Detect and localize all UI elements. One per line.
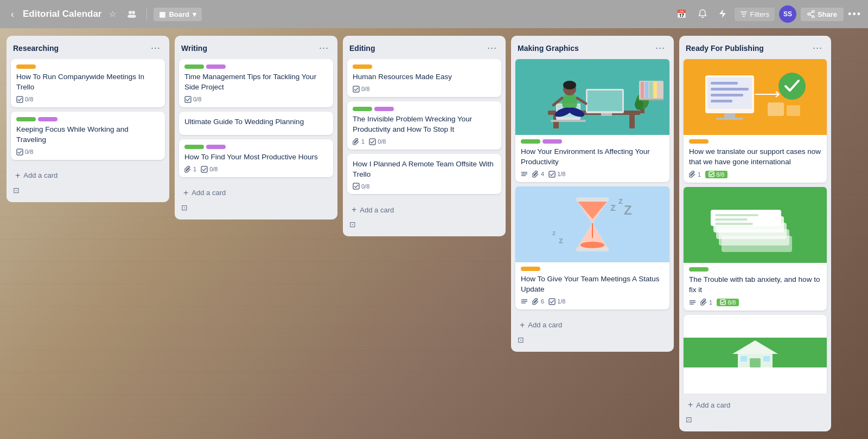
board-view-label: Board — [169, 10, 189, 18]
card-meta-r1: 0/8 — [16, 96, 159, 103]
column-menu-button-making-graphics[interactable]: ··· — [653, 41, 667, 55]
calendar-button[interactable]: 📅 — [673, 7, 690, 21]
add-card-button-ready-publishing[interactable]: + Add a card — [684, 397, 827, 413]
svg-rect-67 — [724, 113, 735, 118]
column-title-writing: Writing — [181, 44, 207, 53]
card-e3[interactable]: How I Planned A Remote Team Offsite With… — [347, 154, 501, 195]
svg-point-73 — [778, 73, 806, 100]
team-visibility-button[interactable] — [124, 7, 140, 22]
filters-label: Filters — [750, 10, 769, 18]
back-button[interactable]: ‹ — [7, 7, 18, 22]
card-meta-e3: 0/8 — [353, 183, 496, 190]
column-title-researching: Researching — [13, 44, 59, 53]
board-icon: ▦ — [159, 10, 165, 18]
card-e2[interactable]: The Invisible Problem Wrecking Your Prod… — [347, 101, 501, 150]
svg-line-12 — [810, 15, 812, 16]
bell-button[interactable] — [694, 7, 711, 22]
add-card-button-researching[interactable]: + Add a card — [11, 167, 165, 184]
board-content: Researching ··· How To Run Companywide M… — [0, 28, 868, 439]
card-rp1[interactable]: How we translate our support cases now t… — [684, 59, 827, 183]
column-menu-button-editing[interactable]: ··· — [485, 41, 499, 55]
dropdown-icon: ▾ — [193, 10, 196, 18]
card-rp2[interactable]: The Trouble with tab anxiety, and how to… — [684, 187, 827, 311]
checklist-w1: 0/8 — [184, 96, 201, 103]
card-title-w3: How To Find Your Most Productive Hours — [184, 152, 328, 163]
svg-rect-18 — [369, 139, 375, 145]
column-writing: Writing ··· Time Management Tips for Tac… — [175, 36, 337, 220]
card-r2[interactable]: Keeping Focus While Working and Travelin… — [11, 112, 165, 160]
column-menu-button-researching[interactable]: ··· — [149, 41, 163, 55]
card-meta-e2: 1 0/8 — [353, 138, 496, 145]
template-button-researching[interactable]: ⊡ — [11, 184, 22, 197]
column-body-editing: Human Resources Made Easy 0/8 The Invisi… — [343, 59, 506, 198]
column-body-writing: Time Management Tips for Tackling Your S… — [175, 59, 337, 182]
column-footer-researching: + Add a card ⊡ — [7, 164, 169, 202]
svg-rect-45 — [639, 99, 663, 100]
add-card-label: Add a card — [192, 189, 226, 197]
svg-rect-85 — [715, 218, 748, 221]
label-purple — [206, 64, 226, 69]
card-title-e2: The Invisible Problem Wrecking Your Prod… — [353, 114, 496, 135]
card-title-mg2: How To Give Your Team Meetings A Status … — [521, 274, 664, 295]
add-card-button-writing[interactable]: + Add a card — [179, 185, 333, 201]
svg-rect-70 — [711, 88, 749, 91]
card-image-rp2 — [684, 187, 827, 263]
card-e1[interactable]: Human Resources Made Easy 0/8 — [347, 59, 501, 97]
add-card-button-editing[interactable]: + Add a card — [347, 202, 501, 218]
template-button-writing[interactable]: ⊡ — [179, 201, 190, 214]
board-view-button[interactable]: ▦ Board ▾ — [154, 8, 202, 21]
share-button[interactable]: Share — [801, 8, 844, 21]
column-footer-editing: + Add a card ⊡ — [343, 198, 506, 236]
label-purple — [38, 117, 58, 121]
svg-rect-13 — [17, 96, 23, 102]
card-w2[interactable]: Ultimate Guide To Wedding Planning — [179, 112, 333, 135]
column-menu-button-writing[interactable]: ··· — [317, 41, 331, 55]
card-mg2[interactable]: z z Z z z How To Give Your Team Meetings… — [515, 186, 669, 309]
template-button-editing[interactable]: ⊡ — [347, 218, 358, 231]
svg-rect-49 — [549, 171, 555, 177]
label-green — [16, 117, 36, 121]
card-labels-w3 — [184, 145, 328, 149]
column-editing: Editing ··· Human Resources Made Easy 0/… — [343, 36, 506, 236]
filters-button[interactable]: Filters — [735, 8, 775, 21]
card-image-rp1 — [684, 59, 827, 135]
svg-rect-17 — [353, 86, 359, 92]
card-w3[interactable]: How To Find Your Most Productive Hours 1… — [179, 139, 333, 177]
plus-icon: + — [15, 171, 20, 180]
card-w1[interactable]: Time Management Tips for Tackling Your S… — [179, 59, 333, 107]
board-title[interactable]: Editorial Calendar — [23, 9, 101, 20]
column-making-graphics: Making Graphics ··· — [511, 36, 674, 352]
add-card-button-making-graphics[interactable]: + Add a card — [515, 317, 669, 333]
column-header-writing: Writing ··· — [175, 36, 337, 59]
lightning-button[interactable] — [715, 7, 730, 22]
card-r1[interactable]: How To Run Companywide Meetings In Trell… — [11, 59, 165, 107]
star-button[interactable]: ☆ — [106, 7, 119, 21]
card-meta-w3: 1 0/8 — [184, 166, 328, 173]
svg-rect-44 — [654, 82, 657, 98]
card-rp3[interactable] — [684, 315, 827, 393]
card-meta-r2: 0/8 — [16, 149, 159, 156]
svg-text:z: z — [559, 236, 563, 245]
lines-rp2 — [689, 300, 696, 305]
checklist-mg2: 1/8 — [548, 298, 565, 305]
card-title-r2: Keeping Focus While Working and Travelin… — [16, 125, 159, 145]
card-labels-rp2 — [689, 267, 821, 272]
card-mg1[interactable]: How Your Environment Is Affecting Your P… — [515, 59, 669, 182]
more-button[interactable]: ••• — [848, 9, 861, 20]
svg-rect-29 — [551, 120, 586, 122]
avatar[interactable]: SS — [779, 5, 796, 23]
svg-rect-64 — [684, 59, 827, 135]
svg-point-39 — [635, 99, 643, 110]
template-button-making-graphics[interactable]: ⊡ — [515, 333, 526, 346]
label-purple — [542, 139, 562, 144]
card-title-e1: Human Resources Made Easy — [353, 72, 496, 82]
column-menu-button-ready-publishing[interactable]: ··· — [810, 41, 825, 55]
header-left: ‹ Editorial Calendar ☆ ▦ Board ▾ — [7, 7, 669, 22]
add-card-label: Add a card — [23, 171, 58, 179]
svg-rect-86 — [715, 223, 753, 225]
card-title-e3: How I Planned A Remote Team Offsite With… — [353, 159, 496, 180]
label-yellow — [353, 64, 372, 69]
template-button-ready-publishing[interactable]: ⊡ — [684, 413, 694, 426]
svg-point-8 — [812, 10, 814, 12]
label-green — [353, 107, 372, 111]
